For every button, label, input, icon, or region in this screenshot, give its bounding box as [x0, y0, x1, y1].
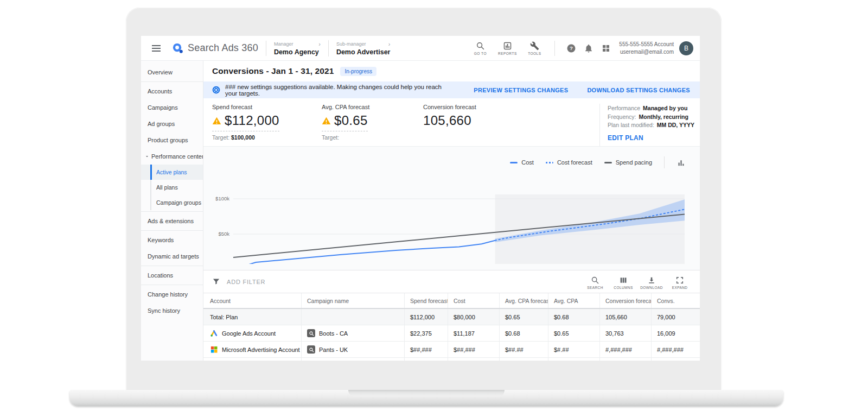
campaign-cell[interactable]: Boots - CA — [301, 325, 404, 341]
sidebar-item-performance-center[interactable]: Performance center — [141, 148, 203, 165]
avatar[interactable]: B — [679, 41, 693, 55]
help-button[interactable]: ? — [563, 40, 580, 57]
column-header-avg-cpa-forecast[interactable]: Avg. CPA forecast — [499, 293, 548, 308]
account-cell[interactable]: Y!Yahoo! Japan Account — [203, 358, 301, 361]
breadcrumb-level: Sub-manager — [336, 41, 366, 47]
add-filter-button[interactable]: ADD FILTER — [212, 278, 265, 286]
value-cell: #,###,### — [599, 358, 651, 361]
chart-type-button[interactable] — [676, 158, 686, 167]
app-logo[interactable]: Search Ads 360 — [171, 42, 258, 54]
table-tool-columns[interactable]: COLUMNS — [611, 274, 636, 289]
metric-avg-cpa-forecast: Avg. CPA forecast$0.65Target: — [322, 104, 423, 146]
header-nav-go-to[interactable]: GO TO — [468, 41, 493, 55]
table-tools: SEARCHCOLUMNSDOWNLOADEXPAND — [583, 274, 692, 289]
breadcrumb-sub-manager[interactable]: Sub-manager› Demo Advertiser — [336, 41, 391, 56]
sidebar-divider — [141, 266, 203, 266]
notifications-button[interactable] — [580, 40, 597, 57]
sidebar-item-dynamic-ad-targets[interactable]: Dynamic ad targets — [141, 248, 203, 264]
sidebar-item-all-plans[interactable]: All plans — [141, 180, 203, 195]
column-header-avg-cpa[interactable]: Avg. CPA — [548, 293, 599, 308]
legend-item-cost[interactable]: Cost — [510, 159, 534, 166]
header-nav-tools[interactable]: TOOLS — [522, 41, 547, 55]
sidebar-item-overview[interactable]: Overview — [141, 64, 203, 80]
column-header-conversion-forecast[interactable]: Conversion forecast — [599, 293, 651, 308]
table-tool-label: SEARCH — [587, 286, 603, 289]
legend-item-spend-pacing[interactable]: Spend pacing — [604, 159, 652, 166]
column-header-cost[interactable]: Cost — [448, 293, 499, 308]
apps-grid-button[interactable] — [597, 40, 615, 57]
sidebar-item-sync-history[interactable]: Sync history — [141, 302, 203, 319]
edit-plan-link[interactable]: EDIT PLAN — [608, 134, 643, 142]
sidebar-item-change-history[interactable]: Change history — [141, 286, 203, 302]
account-name: Total: Plan — [210, 314, 238, 320]
page-title: Conversions - Jan 1 - 31, 2021 — [212, 66, 334, 76]
search-ads-360-logo-icon — [171, 42, 184, 54]
main-content: Conversions - Jan 1 - 31, 2021 In-progre… — [203, 61, 700, 361]
value-cell: #,###,### — [599, 342, 651, 357]
campaign-name: Boots - CA — [319, 330, 348, 337]
sidebar-item-ad-groups[interactable]: Ad groups — [141, 116, 203, 132]
account-cell[interactable]: Total: Plan — [203, 309, 301, 325]
table-row: Microsoft Advertising AccountPants - UK$… — [203, 342, 700, 358]
sidebar-item-label: Accounts — [148, 88, 172, 94]
reports-icon — [503, 41, 512, 51]
sidebar-item-active-plans[interactable]: Active plans — [141, 165, 203, 180]
sidebar-item-product-groups[interactable]: Product groups — [141, 132, 203, 148]
search-campaign-icon — [307, 345, 315, 354]
legend-item-cost-forecast[interactable]: Cost forecast — [546, 159, 592, 166]
sidebar-item-label: Sync history — [148, 307, 180, 314]
sidebar-item-campaigns[interactable]: Campaigns — [141, 99, 203, 116]
chevron-right-icon: › — [388, 41, 391, 47]
hamburger-menu-button[interactable] — [151, 40, 167, 56]
value-cell: $##.## — [499, 358, 548, 361]
plan-info-value: MM DD, YYYY — [657, 122, 694, 128]
sidebar-item-campaign-groups[interactable]: Campaign groups — [141, 195, 203, 210]
sidebar-item-label: Keywords — [148, 237, 174, 243]
table-tool-search[interactable]: SEARCH — [583, 274, 608, 289]
table-tool-download[interactable]: DOWNLOAD — [639, 274, 664, 289]
sidebar-item-ads-extensions[interactable]: Ads & extensions — [141, 213, 203, 229]
metric-value: 105,660 — [423, 113, 599, 128]
sidebar-item-locations[interactable]: Locations — [141, 267, 203, 283]
sidebar-item-label: Active plans — [156, 169, 187, 175]
sidebar-divider — [141, 230, 203, 231]
account-cell[interactable]: Microsoft Advertising Account — [203, 342, 301, 357]
table-tool-expand[interactable]: EXPAND — [667, 274, 692, 289]
divider — [664, 156, 665, 168]
header-nav-reports[interactable]: REPORTS — [495, 41, 520, 55]
search-ads-360-app: Search Ads 360 Manager› Demo Agency Sub-… — [141, 36, 700, 361]
preview-settings-changes-link[interactable]: PREVIEW SETTINGS CHANGES — [474, 87, 568, 93]
account-phone: 555-555-5555 Account — [619, 41, 674, 48]
column-header-campaign-name[interactable]: Campaign name — [301, 293, 404, 308]
table-row: Total: Plan$112,000$80,000$0.65$0.68105,… — [203, 308, 700, 325]
column-header-spend-forecast[interactable]: Spend forecast — [404, 293, 448, 308]
value-cell: 16,009 — [651, 325, 700, 341]
warning-icon — [322, 116, 331, 125]
chevron-right-icon: › — [318, 41, 321, 47]
column-header-account[interactable]: Account — [203, 293, 301, 308]
caret-down-icon — [144, 154, 150, 159]
legend-swatch — [510, 162, 518, 163]
breadcrumb-manager[interactable]: Manager› Demo Agency — [274, 41, 321, 56]
legend-swatch — [604, 162, 612, 163]
campaign-cell[interactable]: Boots - AU — [301, 358, 404, 361]
sidebar-item-accounts[interactable]: Accounts — [141, 83, 203, 99]
value-cell: #,###,### — [651, 358, 700, 361]
help-icon: ? — [566, 43, 576, 53]
download-settings-changes-link[interactable]: DOWNLOAD SETTINGS CHANGES — [587, 87, 690, 93]
notice-banner: ### new settings suggestions available. … — [203, 81, 700, 98]
value-cell: $#.## — [548, 342, 599, 357]
campaign-cell[interactable]: Pants - UK — [301, 342, 404, 357]
metric-value: $0.65 — [322, 113, 368, 131]
expand-icon — [675, 276, 684, 285]
value-cell: 30,763 — [599, 325, 651, 341]
divider — [266, 41, 266, 56]
campaign-cell[interactable] — [301, 309, 404, 325]
account-cell[interactable]: Google Ads Account — [203, 325, 301, 341]
value-cell: $80,000 — [448, 309, 499, 325]
account-email: useremail@email.com — [619, 48, 674, 56]
column-header-convs-[interactable]: Convs. — [651, 293, 700, 308]
sidebar-divider — [141, 81, 203, 82]
chart-section: CostCost forecastSpend pacing $100k$50k0… — [203, 146, 700, 270]
sidebar-item-keywords[interactable]: Keywords — [141, 232, 203, 248]
